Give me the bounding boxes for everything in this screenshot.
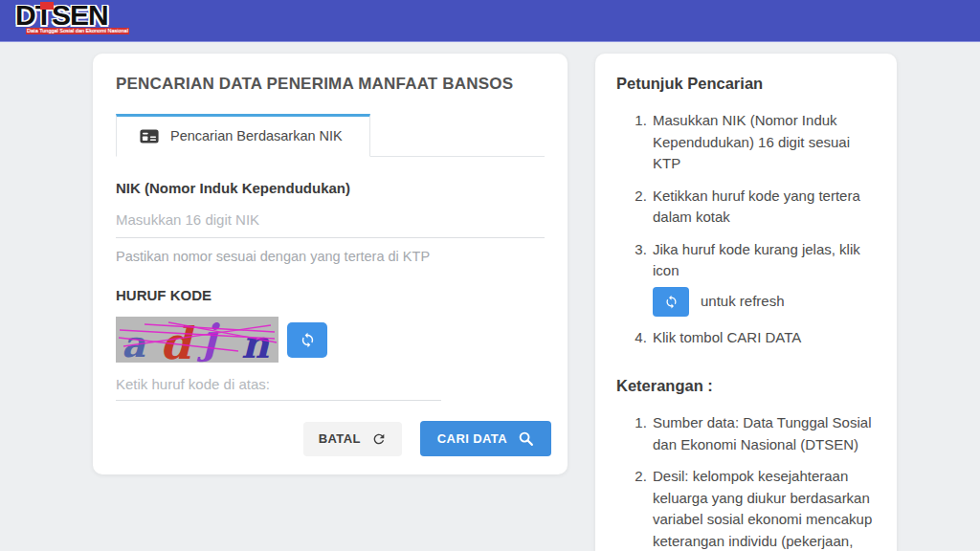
guide-step: Jika huruf kode kurang jelas, klik icon … bbox=[651, 239, 876, 317]
search-card: PENCARIAN DATA PENERIMA MANFAAT BANSOS P… bbox=[93, 54, 568, 474]
captcha-refresh-button[interactable] bbox=[287, 322, 327, 358]
search-icon bbox=[518, 430, 534, 447]
captcha-letter: j bbox=[196, 317, 220, 363]
guide-steps-list: Masukkan NIK (Nomor Induk Kependudukan) … bbox=[616, 110, 876, 348]
guide-step: Klik tombol CARI DATA bbox=[651, 327, 876, 349]
form-actions: BATAL CARI DATA bbox=[303, 421, 551, 456]
reset-icon bbox=[371, 431, 387, 447]
notes-title: Keterangan : bbox=[616, 377, 876, 395]
guide-step-text: untuk refresh bbox=[701, 291, 785, 313]
guide-step-text: Jika huruf kode kurang jelas, klik icon bbox=[653, 241, 860, 279]
guide-title: Petunjuk Pencarian bbox=[616, 75, 876, 93]
nik-label: NIK (Nomor Induk Kependudukan) bbox=[116, 180, 545, 196]
tab-pencarian-nik[interactable]: Pencarian Berdasarkan NIK bbox=[116, 114, 370, 157]
search-button[interactable]: CARI DATA bbox=[420, 421, 551, 456]
dtsen-logo[interactable]: DTSEN Data Tunggal Sosial dan Ekonomi Na… bbox=[15, 1, 140, 34]
guide-step-refresh-line: untuk refresh bbox=[653, 287, 876, 317]
logo-title: DTSEN bbox=[15, 1, 140, 30]
notes-list: Sumber data: Data Tunggal Sosial dan Eko… bbox=[616, 412, 876, 551]
captcha-letter: a bbox=[122, 322, 146, 363]
guide-card: Petunjuk Pencarian Masukkan NIK (Nomor I… bbox=[595, 54, 897, 551]
inline-refresh-icon bbox=[653, 287, 689, 317]
logo-red-mark-icon bbox=[40, 2, 54, 10]
id-card-icon bbox=[140, 129, 159, 143]
tab-bar: Pencarian Berdasarkan NIK bbox=[116, 113, 545, 157]
captcha-image: a d j n bbox=[116, 317, 278, 363]
nik-helper-text: Pastikan nomor sesuai dengan yang terter… bbox=[116, 249, 545, 264]
note-item: Sumber data: Data Tunggal Sosial dan Eko… bbox=[651, 412, 876, 455]
logo-subtitle: Data Tunggal Sosial dan Ekonomi Nasional bbox=[26, 28, 129, 34]
guide-step: Masukkan NIK (Nomor Induk Kependudukan) … bbox=[651, 110, 876, 175]
cancel-button-label: BATAL bbox=[319, 431, 361, 446]
captcha-row: a d j n bbox=[116, 317, 545, 363]
guide-step: Ketikkan huruf kode yang tertera dalam k… bbox=[651, 186, 876, 229]
tab-label: Pencarian Berdasarkan NIK bbox=[170, 128, 343, 143]
top-header: DTSEN Data Tunggal Sosial dan Ekonomi Na… bbox=[0, 0, 980, 42]
captcha-label: HURUF KODE bbox=[116, 287, 545, 303]
cancel-button[interactable]: BATAL bbox=[303, 422, 402, 456]
captcha-input[interactable] bbox=[116, 363, 441, 401]
nik-input[interactable] bbox=[116, 196, 545, 238]
note-item: Desil: kelompok kesejahteraan keluarga y… bbox=[651, 466, 876, 551]
page-title: PENCARIAN DATA PENERIMA MANFAAT BANSOS bbox=[116, 75, 545, 94]
search-button-label: CARI DATA bbox=[437, 431, 507, 446]
refresh-icon bbox=[300, 332, 316, 348]
